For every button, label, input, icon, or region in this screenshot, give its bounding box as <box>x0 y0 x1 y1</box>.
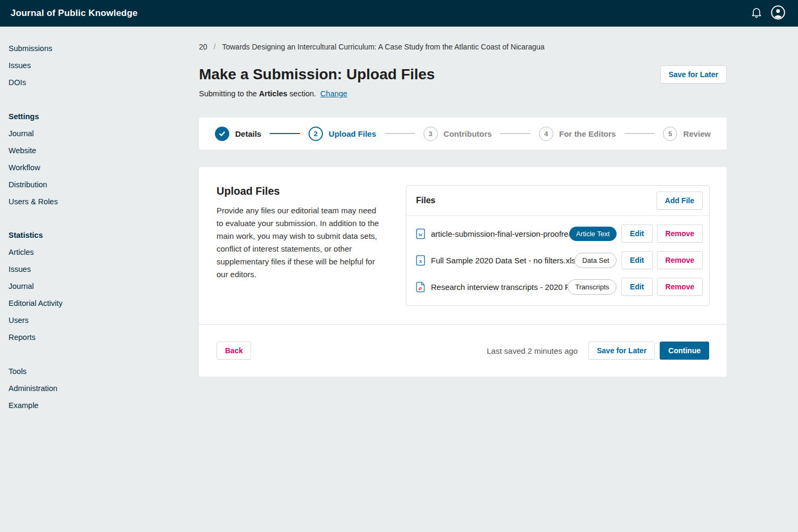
sidebar-item-settings-users-roles[interactable]: Users & Roles <box>9 197 199 207</box>
edit-file-button[interactable]: Edit <box>621 278 652 296</box>
remove-file-button[interactable]: Remove <box>657 225 703 243</box>
sidebar-item-issues[interactable]: Issues <box>9 61 199 71</box>
remove-file-button[interactable]: Remove <box>657 251 703 269</box>
remove-file-button[interactable]: Remove <box>657 278 703 296</box>
section-name: Articles <box>259 89 287 98</box>
step-for-the-editors[interactable]: 4 For the Editors <box>539 127 616 141</box>
sidebar-item-stats-journal[interactable]: Journal <box>9 281 199 292</box>
sidebar-item-settings-website[interactable]: Website <box>9 146 199 156</box>
submission-stepper: Details 2 Upload Files 3 Contributors 4 … <box>199 118 727 149</box>
submitting-to-text: Submitting to the Articles section. Chan… <box>199 89 727 98</box>
svg-text:w: w <box>419 231 423 237</box>
last-saved-text: Last saved 2 minutes ago <box>487 346 578 355</box>
step-details[interactable]: Details <box>215 127 261 141</box>
step-upload-files[interactable]: 2 Upload Files <box>309 127 376 141</box>
breadcrumb-submission-title: Towards Designing an Intercultural Curri… <box>222 43 544 51</box>
files-panel: Files Add File w article-submission-f <box>406 185 710 306</box>
file-row-article: w article-submission-final-version-proof… <box>406 220 709 247</box>
notifications-button[interactable] <box>746 3 767 24</box>
breadcrumb-separator: / <box>214 43 216 51</box>
upload-files-description: Provide any files our editorial team may… <box>217 204 385 281</box>
user-menu-button[interactable] <box>767 3 788 24</box>
pdf-file-icon <box>416 281 425 293</box>
card-footer: Back Last saved 2 minutes ago Save for L… <box>199 324 727 377</box>
top-bar: Journal of Public Knowledge <box>0 0 798 27</box>
file-row-transcripts: Research interview transcripts - 2020 FI… <box>406 273 709 300</box>
sidebar-header-statistics: Statistics <box>9 230 199 240</box>
sidebar-item-stats-editorial-activity[interactable]: Editorial Activity <box>9 298 199 309</box>
sidebar-header-settings: Settings <box>9 112 199 122</box>
file-name: Research interview transcripts - 2020 FI… <box>431 282 568 292</box>
word-file-icon: w <box>416 228 425 239</box>
save-for-later-button-top[interactable]: Save for Later <box>660 65 727 84</box>
bell-icon <box>750 6 763 21</box>
file-name: article-submission-final-version-proofre… <box>431 229 569 238</box>
edit-file-button[interactable]: Edit <box>621 225 652 243</box>
file-row-dataset: x Full Sample 2020 Data Set - no filters… <box>406 247 709 273</box>
sidebar-item-stats-reports[interactable]: Reports <box>9 332 199 343</box>
check-icon <box>215 127 229 141</box>
sidebar-item-administration[interactable]: Administration <box>9 384 199 394</box>
continue-button[interactable]: Continue <box>660 342 709 360</box>
add-file-button[interactable]: Add File <box>656 192 703 210</box>
svg-text:x: x <box>419 257 422 264</box>
breadcrumb-submission-id: 20 <box>199 43 207 51</box>
files-panel-title: Files <box>416 196 435 205</box>
upload-files-card: Upload Files Provide any files our edito… <box>199 167 727 377</box>
file-type-badge: Article Text <box>569 227 617 241</box>
file-type-badge: Transcripts <box>568 279 617 295</box>
file-type-badge: Data Set <box>575 253 617 268</box>
user-avatar-icon <box>771 5 785 22</box>
sidebar-item-submissions[interactable]: Submissions <box>9 44 199 54</box>
step-contributors[interactable]: 3 Contributors <box>423 127 492 141</box>
save-for-later-button-bottom[interactable]: Save for Later <box>588 342 655 360</box>
sidebar: Submissions Issues DOIs Settings Journal… <box>0 27 199 418</box>
sidebar-item-stats-articles[interactable]: Articles <box>9 247 199 257</box>
change-section-link[interactable]: Change <box>320 89 347 98</box>
main-content: 20 / Towards Designing an Intercultural … <box>199 27 727 418</box>
page-title: Make a Submission: Upload Files <box>199 66 435 83</box>
sidebar-item-stats-users[interactable]: Users <box>9 315 199 326</box>
sidebar-item-dois[interactable]: DOIs <box>9 78 199 88</box>
excel-file-icon: x <box>416 255 425 266</box>
back-button[interactable]: Back <box>217 342 251 360</box>
sidebar-item-settings-workflow[interactable]: Workflow <box>9 163 199 173</box>
edit-file-button[interactable]: Edit <box>621 251 652 269</box>
sidebar-item-tools[interactable]: Tools <box>9 367 199 377</box>
file-name: Full Sample 2020 Data Set - no filters.x… <box>431 256 575 265</box>
sidebar-item-example[interactable]: Example <box>9 401 199 411</box>
sidebar-item-settings-distribution[interactable]: Distribution <box>9 180 199 190</box>
breadcrumb: 20 / Towards Designing an Intercultural … <box>199 43 727 51</box>
upload-files-heading: Upload Files <box>217 185 385 197</box>
step-review[interactable]: 5 Review <box>663 127 711 141</box>
sidebar-item-stats-issues[interactable]: Issues <box>9 264 199 275</box>
app-title: Journal of Public Knowledge <box>11 8 138 19</box>
sidebar-item-settings-journal[interactable]: Journal <box>9 129 199 139</box>
